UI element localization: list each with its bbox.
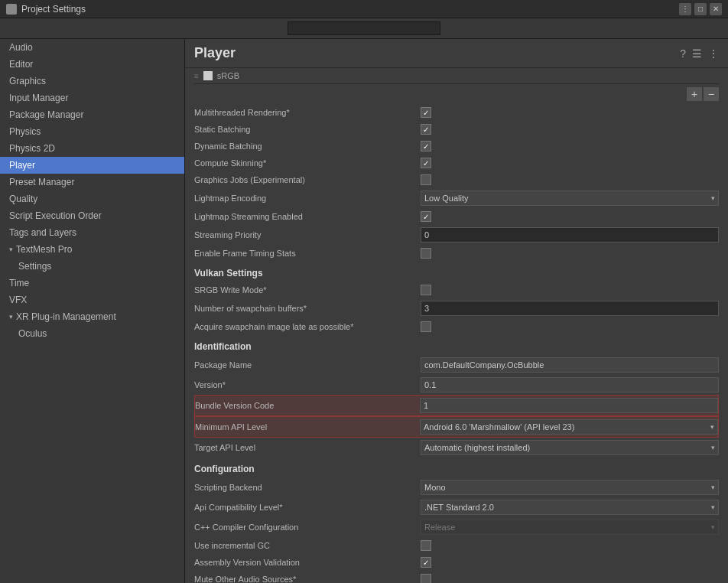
sidebar-item-audio[interactable]: Audio (0, 39, 184, 56)
checkbox[interactable] (421, 211, 431, 222)
checkbox[interactable] (421, 574, 431, 583)
more-options-btn[interactable]: ⋮ (679, 3, 691, 15)
setting-value (421, 174, 719, 185)
sidebar-item-time[interactable]: Time (0, 275, 184, 292)
setting-label: Assembly Version Validation (194, 558, 421, 567)
checkbox[interactable] (421, 158, 431, 168)
sidebar-item-physics[interactable]: Physics (0, 123, 184, 140)
text-field[interactable]: com.DefaultCompany.OcBubble (421, 357, 719, 373)
identification-settings: Package Namecom.DefaultCompany.OcBubbleV… (194, 355, 719, 458)
checkbox[interactable] (421, 321, 431, 332)
setting-label: C++ Compiler Configuration (194, 523, 421, 532)
setting-label: Static Batching (194, 125, 421, 134)
sidebar-item-preset-manager[interactable]: Preset Manager (0, 174, 184, 191)
expand-icon: ▾ (9, 313, 13, 321)
setting-value: Automatic (highest installed)▾ (421, 440, 719, 455)
sidebar-item-physics-2d[interactable]: Physics 2D (0, 140, 184, 157)
dropdown-disabled: Release▾ (421, 519, 719, 535)
setting-label: SRGB Write Mode* (194, 285, 421, 295)
checkbox[interactable] (421, 141, 431, 151)
window-title: Project Settings (21, 4, 86, 15)
sidebar-item-label: XR Plug-in Management (16, 311, 116, 322)
checkbox[interactable] (421, 174, 431, 185)
setting-label: Lightmap Streaming Enabled (194, 212, 421, 221)
sidebar-item-label: Quality (9, 194, 37, 204)
sidebar-item-vfx[interactable]: VFX (0, 292, 184, 308)
dropdown[interactable]: Low Quality▾ (421, 191, 719, 206)
sidebar-item-label: Graphics (9, 76, 46, 86)
setting-value: 0 (421, 227, 719, 243)
setting-value (421, 158, 719, 168)
setting-value: 3 (421, 301, 719, 316)
table-row: Mute Other Audio Sources* (194, 571, 719, 583)
window-icon (6, 4, 17, 15)
table-row: Lightmap Streaming Enabled (194, 208, 719, 225)
search-bar (0, 18, 728, 39)
checkbox[interactable] (421, 124, 431, 135)
sidebar-item-label: Player (9, 160, 35, 171)
sidebar-item-input-manager[interactable]: Input Manager (0, 90, 184, 106)
checkbox[interactable] (421, 557, 431, 568)
table-row: Minimum API LevelAndroid 6.0 'Marshmallo… (194, 416, 719, 438)
add-color-btn[interactable]: + (687, 87, 702, 101)
title-bar-controls: ⋮ □ ✕ (679, 3, 722, 15)
text-field[interactable]: 1 (420, 398, 718, 413)
sidebar-item-editor[interactable]: Editor (0, 56, 184, 73)
table-row: Dynamic Batching (194, 138, 719, 155)
setting-value: Android 6.0 'Marshmallow' (API level 23)… (420, 419, 718, 435)
setting-label: Streaming Priority (194, 230, 421, 239)
help-icon[interactable]: ? (680, 47, 686, 60)
configuration-header: Configuration (194, 458, 719, 477)
setting-value (421, 248, 719, 259)
sidebar-item-label: Tags and Layers (9, 227, 76, 238)
sidebar-item-player[interactable]: Player (0, 157, 184, 174)
page-title: Player (194, 45, 236, 61)
dropdown[interactable]: Mono▾ (421, 480, 719, 495)
number-field[interactable]: 3 (421, 301, 719, 316)
checkbox[interactable] (421, 107, 431, 118)
chevron-down-icon: ▾ (711, 194, 715, 202)
sidebar-item-package-manager[interactable]: Package Manager (0, 106, 184, 123)
sidebar-item-oculus[interactable]: Oculus (0, 325, 184, 342)
dropdown[interactable]: Android 6.0 'Marshmallow' (API level 23)… (420, 419, 718, 435)
table-row: Graphics Jobs (Experimental) (194, 171, 719, 188)
setting-value: 0.1 (421, 377, 719, 392)
color-swatch[interactable] (203, 71, 213, 80)
text-field[interactable]: 0.1 (421, 377, 719, 392)
checkbox[interactable] (421, 540, 431, 551)
vulkan-header: Vulkan Settings (194, 262, 719, 282)
more-icon[interactable]: ⋮ (708, 47, 719, 60)
sidebar-item-script-execution-order[interactable]: Script Execution Order (0, 207, 184, 224)
sidebar-item-quality[interactable]: Quality (0, 191, 184, 207)
table-row: Assembly Version Validation (194, 554, 719, 571)
close-btn[interactable]: ✕ (710, 3, 722, 15)
checkbox[interactable] (421, 248, 431, 259)
search-input[interactable] (288, 21, 440, 35)
chevron-down-icon: ▾ (711, 444, 715, 451)
maximize-btn[interactable]: □ (694, 3, 707, 15)
setting-label: Graphics Jobs (Experimental) (194, 175, 421, 184)
checkbox[interactable] (421, 285, 431, 295)
setting-value: com.DefaultCompany.OcBubble (421, 357, 719, 373)
dropdown[interactable]: Automatic (highest installed)▾ (421, 440, 719, 455)
sidebar-item-label: Script Execution Order (9, 210, 102, 221)
setting-value (421, 540, 719, 551)
sidebar-item-textmesh-pro[interactable]: ▾TextMesh Pro (0, 241, 184, 258)
sidebar-item-tags-and-layers[interactable]: Tags and Layers (0, 224, 184, 241)
sidebar-item-label: Audio (9, 42, 33, 53)
layout-icon[interactable]: ☰ (692, 47, 702, 60)
number-field[interactable]: 0 (421, 227, 719, 243)
sidebar-item-graphics[interactable]: Graphics (0, 73, 184, 90)
chevron-down-icon: ▾ (711, 484, 715, 491)
table-row: Package Namecom.DefaultCompany.OcBubble (194, 355, 719, 375)
sidebar-item-label: Physics (9, 126, 41, 137)
sidebar-item-settings[interactable]: Settings (0, 258, 184, 275)
dropdown[interactable]: .NET Standard 2.0▾ (421, 500, 719, 515)
setting-value (421, 211, 719, 222)
setting-label: Version* (194, 380, 421, 389)
remove-color-btn[interactable]: − (704, 87, 719, 101)
sidebar-item-xr-plug-in-management[interactable]: ▾XR Plug-in Management (0, 308, 184, 325)
sidebar-item-label: Settings (18, 261, 51, 272)
table-row: SRGB Write Mode* (194, 282, 719, 298)
chevron-down-icon: ▾ (711, 503, 715, 511)
